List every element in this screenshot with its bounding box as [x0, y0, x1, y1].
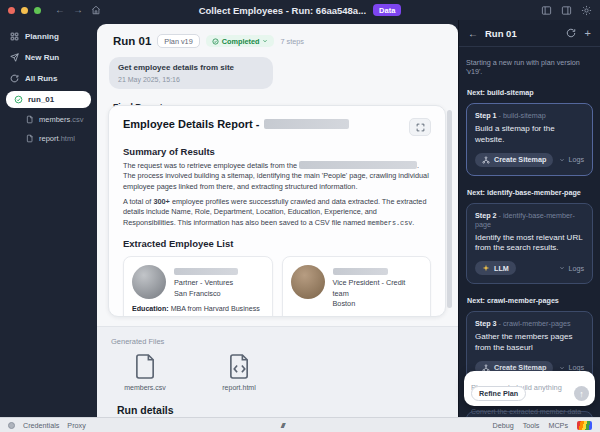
credentials-icon [8, 422, 15, 429]
steps-count: 7 steps [280, 37, 304, 46]
run-title: Run 01 [113, 35, 151, 47]
sidebar-run-item-selected[interactable]: run_01 [6, 91, 91, 108]
sidebar-item-planning[interactable]: Planning [0, 26, 97, 47]
debug-label[interactable]: Debug [492, 421, 513, 430]
logs-toggle[interactable]: Logs [559, 264, 584, 273]
titlebar: ← → Collect Employees - Run: 66aa548a...… [0, 0, 600, 20]
employee-list-heading: Extracted Employee List [123, 238, 431, 249]
mcps-label[interactable]: MCPs [548, 421, 568, 430]
step-description: Identify the most relevant URL from the … [475, 233, 584, 255]
next-step-label: Next: build-sitemap [467, 88, 593, 97]
redacted-text [264, 119, 349, 129]
refine-plan-chip[interactable]: Refine Plan [471, 386, 526, 401]
employee-details: Education: BS in operations research and… [291, 316, 423, 317]
right-panel-header: ← Run 01 + [459, 20, 600, 47]
run-header: Run 01 Plan v19 Completed 7 steps [97, 24, 458, 48]
check-circle-icon [14, 95, 23, 104]
employee-cards-row: Partner - Ventures San Francisco Educati… [123, 256, 431, 317]
employee-role: Vice President - Credit team [333, 278, 423, 299]
generated-files-label: Generated Files [111, 337, 458, 346]
proxy-label[interactable]: Proxy [67, 421, 85, 430]
sidebar-file-report-html[interactable]: report.html [0, 129, 97, 148]
chevron-down-icon [559, 157, 565, 163]
file-icon [26, 115, 34, 124]
back-icon[interactable]: ← [55, 0, 65, 20]
sidebar-item-all-runs[interactable]: All Runs [0, 68, 97, 89]
plan-input-box: Refine Plan ↑ [464, 371, 595, 406]
report-card: Employee Details Report - Summary of Res… [108, 105, 446, 317]
right-panel-body: Starting a new run with plan version 'v1… [459, 48, 600, 417]
chevron-down-icon [559, 265, 565, 271]
main-panel: Run 01 Plan v19 Completed 7 steps Get em… [97, 24, 458, 417]
credentials-label[interactable]: Credentials [23, 421, 59, 430]
minimize-button[interactable] [21, 7, 28, 14]
tools-label[interactable]: Tools [523, 421, 540, 430]
file-label: report.html [222, 384, 255, 391]
expand-icon[interactable] [409, 118, 431, 136]
send-button[interactable]: ↑ [574, 386, 589, 401]
refresh-icon[interactable] [566, 28, 576, 38]
employee-details: Education: MBA from Harvard Business Sch… [132, 305, 264, 317]
summary-paragraph-1: The request was to retrieve employee det… [123, 161, 431, 192]
home-icon[interactable] [91, 5, 101, 15]
redacted-text [299, 161, 417, 169]
forward-icon[interactable]: → [73, 0, 83, 20]
run-details-heading: Run details [117, 404, 458, 416]
file-icon [26, 134, 34, 143]
employee-role: Partner - Ventures [174, 278, 238, 289]
toggle-right-sidebar-icon[interactable] [561, 5, 572, 16]
step-card-1[interactable]: Step 1 - build-sitemap Build a sitemap f… [466, 103, 593, 176]
loop-icon [10, 74, 19, 83]
redacted-name [333, 268, 388, 275]
traffic-lights [8, 7, 41, 14]
summary-paragraph-2: A total of 300+ employee profiles were s… [123, 197, 431, 228]
toggle-left-sidebar-icon[interactable] [541, 5, 552, 16]
status-badge[interactable]: Completed [206, 35, 275, 47]
generated-file-members-csv[interactable]: members.csv [113, 353, 177, 391]
run-status-line: Starting a new run with plan version 'v1… [466, 58, 593, 76]
step-description: Gather the members pages from the baseur… [475, 332, 584, 354]
llm-button[interactable]: LLM [475, 261, 516, 275]
check-circle-icon [212, 38, 219, 45]
create-sitemap-button[interactable]: Create Sitemap [475, 153, 553, 167]
employee-location: San Francisco [174, 289, 238, 300]
redacted-name [174, 268, 238, 275]
prompt-bubble: Get employee details from site 21 May 20… [109, 57, 273, 89]
sidebar-file-members-csv[interactable]: members.csv [0, 110, 97, 129]
sparkle-icon [482, 264, 490, 272]
next-step-label: Next: crawl-member-pages [467, 296, 593, 305]
sidebar-item-label: Planning [25, 32, 59, 41]
sidebar-item-new-run[interactable]: New Run [0, 47, 97, 68]
rainbow-icon[interactable] [577, 421, 592, 430]
plan-version-badge[interactable]: Plan v19 [157, 34, 199, 48]
logs-toggle[interactable]: Logs [559, 155, 584, 164]
next-step-peek-text: Convert the extracted member data [471, 408, 592, 415]
window-title: Collect Employees - Run: 66aa548a... [199, 5, 366, 16]
sidebar-item-label: New Run [25, 53, 59, 62]
back-icon[interactable]: ← [468, 28, 478, 39]
run-item-label: run_01 [28, 95, 54, 104]
next-step-label: Next: identify-base-member-page [467, 188, 593, 197]
sitemap-icon [482, 156, 490, 164]
sidebar-item-label: All Runs [25, 74, 57, 83]
summary-heading: Summary of Results [123, 146, 431, 157]
employee-card: Vice President - Credit team Boston Educ… [282, 256, 432, 317]
right-panel: ← Run 01 + Starting a new run with plan … [458, 20, 600, 417]
generated-files-section: Generated Files members.csv report.html … [97, 326, 458, 417]
generated-file-report-html[interactable]: report.html [207, 353, 271, 391]
step-card-2[interactable]: Step 2 - identify-base-member-page Ident… [466, 203, 593, 285]
plus-icon[interactable]: + [585, 27, 591, 39]
settings-gear-icon[interactable] [581, 5, 592, 16]
report-scrollbar[interactable] [447, 110, 452, 308]
employee-location: Boston [333, 299, 423, 310]
avatar [132, 265, 166, 299]
file-label: report.html [39, 134, 75, 143]
panel-title: Run 01 [485, 28, 517, 39]
slashes-logo: /// [281, 421, 284, 430]
close-button[interactable] [8, 7, 15, 14]
file-icon [134, 353, 157, 380]
left-sidebar: Planning New Run All Runs run_01 members… [0, 20, 97, 417]
data-badge: Data [373, 4, 401, 16]
status-bar: Credentials Proxy /// Debug Tools MCPs [0, 417, 600, 432]
zoom-button[interactable] [34, 7, 41, 14]
